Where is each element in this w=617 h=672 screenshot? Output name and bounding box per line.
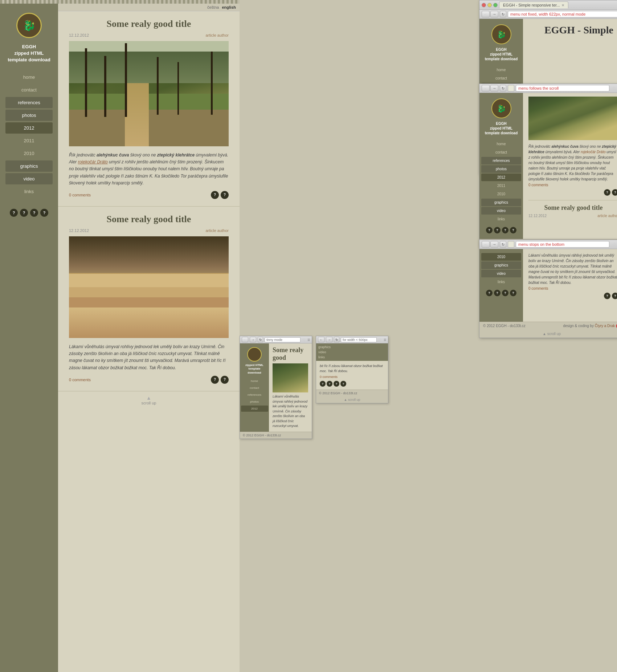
b2-home-icon[interactable] <box>508 85 514 91</box>
b2-nav-2010[interactable]: 2010 <box>481 190 521 198</box>
nav-item-contact[interactable]: contact <box>5 84 53 95</box>
article-1-icon-2[interactable]: ? <box>221 191 229 199</box>
b3-icon-3[interactable]: ? <box>502 290 508 296</box>
b3-home-icon[interactable] <box>508 241 514 248</box>
nav-item-2010[interactable]: 2010 <box>5 148 53 159</box>
icon-btn-4[interactable]: ? <box>40 209 48 217</box>
narrow-back[interactable]: ← <box>318 337 324 342</box>
article-1-comments[interactable]: 0 comments <box>69 193 91 197</box>
b2-nav-2012[interactable]: 2012 <box>481 174 521 181</box>
article-1-link[interactable]: rojekočár Dráto <box>78 159 108 164</box>
narrow-address[interactable]: for width < 500px <box>341 337 377 342</box>
b2-nav-video[interactable]: video <box>481 207 521 215</box>
tiny-nav-2012[interactable]: 2012 <box>241 406 268 412</box>
b2-link[interactable]: rojekočár Dráto <box>581 150 605 154</box>
b3-icon-2[interactable]: ? <box>494 290 500 296</box>
b2-nav-references[interactable]: references <box>481 157 521 164</box>
icon-btn-2[interactable]: ? <box>20 209 28 217</box>
tiny-reload[interactable]: ↻ <box>258 337 263 342</box>
lang-cs[interactable]: češtna <box>207 5 219 9</box>
narrow-star-icon[interactable]: ☆ <box>378 337 382 342</box>
narrow-scroll-up[interactable]: ▲ scroll up <box>316 396 388 403</box>
b3-art-icon-2[interactable]: ? <box>612 293 617 299</box>
b3-forward[interactable]: → <box>490 241 498 248</box>
icon-btn-1[interactable]: ? <box>10 209 18 217</box>
nav-item-photos[interactable]: photos <box>5 110 53 121</box>
tiny-nav-contact[interactable]: contact <box>241 385 268 391</box>
b2-icon-1[interactable]: ? <box>486 227 493 233</box>
b3-scroll-up[interactable]: ▲ scroll up <box>479 330 617 338</box>
browser-1-min[interactable] <box>487 3 492 7</box>
reload-btn[interactable]: ↻ <box>500 11 506 17</box>
narrow-reload[interactable]: ↻ <box>334 337 339 342</box>
narrow-icon-1[interactable]: ? <box>320 381 326 387</box>
narrow-nav-graphics[interactable]: graphics <box>318 345 386 350</box>
article-1-author[interactable]: article author <box>205 33 229 37</box>
b3-nav-2010[interactable]: 2010 <box>481 253 521 261</box>
article-2-icon-1[interactable]: ? <box>211 376 219 384</box>
lang-en[interactable]: english <box>222 5 236 9</box>
nav-item-home[interactable]: home <box>5 72 53 83</box>
tiny-back[interactable]: ← <box>242 337 248 342</box>
b2-nav-home[interactable]: home <box>481 140 521 148</box>
narrow-icon-2[interactable]: ? <box>327 381 332 387</box>
b2-nav-contact[interactable]: contact <box>481 148 521 156</box>
tiny-forward[interactable]: → <box>250 337 256 342</box>
icon-btn-3[interactable]: ? <box>30 209 38 217</box>
b2-nav-graphics[interactable]: graphics <box>481 199 521 206</box>
browser-2-address[interactable]: menu follows the scroll <box>516 85 609 91</box>
nav-item-2012[interactable]: 2012 <box>5 122 53 134</box>
narrow-nav-links[interactable]: links <box>318 355 386 360</box>
b2-forward[interactable]: → <box>490 85 498 91</box>
b3-back[interactable]: ← <box>482 241 490 248</box>
b2-icon-2[interactable]: ? <box>494 227 500 233</box>
b3-reload[interactable]: ↻ <box>500 241 506 248</box>
tiny-nav-home[interactable]: home <box>241 378 268 384</box>
b2-art-icon-1[interactable]: ? <box>604 189 610 196</box>
article-1-icon-1[interactable]: ? <box>211 191 219 199</box>
browser-1-max[interactable] <box>493 3 498 7</box>
scroll-up[interactable]: scroll up <box>58 391 240 409</box>
b3-nav-video[interactable]: video <box>481 270 521 277</box>
b3-nav-links[interactable]: links <box>481 278 521 286</box>
article-2-comments[interactable]: 0 comments <box>69 378 91 382</box>
nav-item-graphics[interactable]: graphics <box>5 160 53 172</box>
b3-icon-4[interactable]: ? <box>510 290 516 296</box>
b3-footer-link[interactable]: Čtyry a Drak <box>595 324 615 328</box>
article-2-icon-2[interactable]: ? <box>221 376 229 384</box>
b2-bookmark-icon[interactable]: ☆ <box>612 85 617 91</box>
tiny-address[interactable]: tinny mode <box>265 337 301 342</box>
tiny-nav-photos[interactable]: photos <box>241 399 268 405</box>
nav-item-links[interactable]: links <box>5 186 53 197</box>
narrow-nav-video[interactable]: video <box>318 350 386 355</box>
narrow-comments[interactable]: 0 comments <box>320 375 338 379</box>
b3-bookmark-icon[interactable]: ☆ <box>612 241 617 247</box>
b2-reload[interactable]: ↻ <box>500 85 506 91</box>
b2-comments[interactable]: 0 comments <box>528 183 548 187</box>
browser-3-address[interactable]: menu stops on the bottom <box>516 241 609 248</box>
browser-1-close[interactable] <box>482 3 486 7</box>
b2-article-2-author[interactable]: article author <box>597 214 617 218</box>
tiny-nav-references[interactable]: references <box>241 392 268 398</box>
narrow-icon-4[interactable]: ? <box>340 381 346 387</box>
b2-icon-3[interactable]: ? <box>502 227 508 233</box>
b3-comments[interactable]: 0 comments <box>528 286 548 290</box>
nav-item-references[interactable]: references <box>5 97 53 108</box>
b3-art-icon-1[interactable]: ? <box>604 293 610 299</box>
b1-nav-contact[interactable]: contact <box>481 74 521 82</box>
narrow-menu-icon[interactable]: ≡ <box>384 337 386 342</box>
b2-nav-links[interactable]: links <box>481 215 521 223</box>
b2-icon-4[interactable]: ? <box>510 227 516 233</box>
tiny-menu-icon[interactable]: ≡ <box>307 337 310 342</box>
b3-icon-1[interactable]: ? <box>486 290 493 296</box>
b2-nav-2011[interactable]: 2011 <box>481 182 521 190</box>
article-2-author[interactable]: article author <box>205 228 229 233</box>
b1-nav-home[interactable]: home <box>481 66 521 74</box>
b2-nav-photos[interactable]: photos <box>481 165 521 173</box>
narrow-icon-3[interactable]: ? <box>334 381 339 387</box>
b2-art-icon-2[interactable]: ? <box>612 189 617 196</box>
b3-nav-graphics[interactable]: graphics <box>481 261 521 269</box>
browser-1-tab[interactable]: EGGH - Simple responsive ter... ✕ <box>499 1 568 8</box>
forward-arrow[interactable]: → <box>490 11 498 17</box>
back-arrow[interactable]: ← <box>482 11 490 17</box>
